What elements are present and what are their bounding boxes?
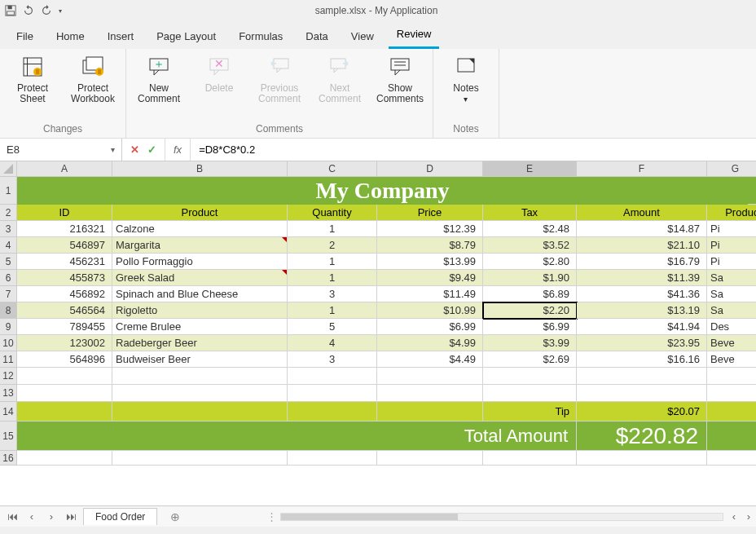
table-cell[interactable]: 4	[288, 335, 377, 351]
menu-file[interactable]: File	[8, 25, 42, 49]
col-header-E[interactable]: E	[483, 161, 577, 176]
cell[interactable]	[377, 451, 483, 466]
cell[interactable]	[112, 451, 288, 466]
menu-review[interactable]: Review	[389, 23, 440, 49]
table-cell[interactable]: $14.87	[577, 221, 707, 237]
row-header-9[interactable]: 9	[0, 319, 16, 335]
menu-home[interactable]: Home	[48, 25, 93, 49]
table-cell[interactable]: $6.99	[483, 319, 577, 335]
col-header-A[interactable]: A	[17, 161, 112, 176]
table-cell[interactable]: $3.99	[483, 335, 577, 351]
menu-data[interactable]: Data	[297, 25, 336, 49]
first-sheet-button[interactable]: ⏮	[5, 510, 20, 523]
add-sheet-button[interactable]: ⊕	[162, 510, 180, 523]
table-cell[interactable]: 456231	[17, 254, 112, 270]
cell[interactable]	[17, 385, 112, 402]
row-header-16[interactable]: 16	[0, 451, 16, 466]
sheet-tab[interactable]: Food Order	[83, 508, 157, 525]
table-cell[interactable]: $16.79	[577, 254, 707, 270]
row-header-3[interactable]: 3	[0, 221, 16, 237]
table-cell[interactable]: Greek Salad	[112, 270, 288, 286]
table-cell[interactable]: 789455	[17, 319, 112, 335]
protect-sheet-button[interactable]: ProtectSheet	[10, 54, 55, 104]
table-cell[interactable]: 3	[288, 286, 377, 302]
cell[interactable]	[707, 368, 756, 385]
prev-sheet-button[interactable]: ‹	[24, 510, 39, 523]
table-cell[interactable]: Rigoletto	[112, 302, 288, 319]
table-cell[interactable]: $16.16	[577, 351, 707, 368]
col-header-B[interactable]: B	[112, 161, 288, 176]
row-header-11[interactable]: 11	[0, 351, 16, 368]
cell[interactable]	[288, 385, 377, 402]
table-cell[interactable]: Budweiser Beer	[112, 351, 288, 368]
table-cell[interactable]: Des	[707, 319, 756, 335]
new-comment-button[interactable]: ＋NewComment	[136, 54, 182, 104]
select-all-corner[interactable]	[0, 161, 17, 177]
table-cell[interactable]: 546897	[17, 237, 112, 254]
row-header-1[interactable]: 1	[0, 177, 16, 205]
show-comments-button[interactable]: ShowComments	[377, 54, 423, 104]
table-cell[interactable]: 1	[288, 254, 377, 270]
table-cell[interactable]: 216321	[17, 221, 112, 237]
cell[interactable]	[112, 368, 288, 385]
next-sheet-button[interactable]: ›	[44, 510, 59, 523]
scrollbar-thumb[interactable]	[281, 514, 458, 520]
cell[interactable]	[707, 451, 756, 466]
row-header-8[interactable]: 8	[0, 302, 16, 319]
table-cell[interactable]: 123002	[17, 335, 112, 351]
cell[interactable]	[483, 385, 577, 402]
table-cell[interactable]: Sa	[707, 270, 756, 286]
grid[interactable]: My Company IDProductQuantityPriceTaxAmou…	[17, 177, 756, 466]
menu-formulas[interactable]: Formulas	[231, 25, 291, 49]
table-cell[interactable]: Sa	[707, 302, 756, 319]
table-cell[interactable]: 1	[288, 221, 377, 237]
row-header-10[interactable]: 10	[0, 335, 16, 351]
row-header-7[interactable]: 7	[0, 286, 16, 302]
cell[interactable]	[377, 368, 483, 385]
table-cell[interactable]: Sa	[707, 286, 756, 302]
row-header-15[interactable]: 15	[0, 421, 16, 451]
table-cell[interactable]: $9.49	[377, 270, 483, 286]
cell[interactable]	[112, 385, 288, 402]
cell[interactable]	[288, 451, 377, 466]
table-cell[interactable]: Spinach and Blue Cheese	[112, 286, 288, 302]
chevron-down-icon[interactable]: ▾	[111, 145, 115, 154]
table-cell[interactable]: $11.49	[377, 286, 483, 302]
cell[interactable]	[17, 368, 112, 385]
table-cell[interactable]: $6.99	[377, 319, 483, 335]
cell[interactable]	[748, 177, 756, 205]
formula-input[interactable]	[191, 139, 756, 161]
table-cell[interactable]: Pollo Formaggio	[112, 254, 288, 270]
menu-page-layout[interactable]: Page Layout	[148, 25, 224, 49]
table-cell[interactable]: Beve	[707, 351, 756, 368]
table-cell[interactable]: Creme Brulee	[112, 319, 288, 335]
table-cell[interactable]: $2.80	[483, 254, 577, 270]
table-cell[interactable]: Radeberger Beer	[112, 335, 288, 351]
table-cell[interactable]: 5	[288, 319, 377, 335]
cell[interactable]	[377, 385, 483, 402]
row-header-13[interactable]: 13	[0, 385, 16, 402]
cell[interactable]	[483, 368, 577, 385]
table-cell[interactable]: $4.99	[377, 335, 483, 351]
cell[interactable]	[17, 451, 112, 466]
table-cell[interactable]: $21.10	[577, 237, 707, 254]
cell[interactable]	[483, 451, 577, 466]
protect-workbook-button[interactable]: ProtectWorkbook	[70, 54, 116, 104]
table-cell[interactable]: $11.39	[577, 270, 707, 286]
table-cell[interactable]: Beve	[707, 335, 756, 351]
col-header-C[interactable]: C	[288, 161, 377, 176]
cell[interactable]	[577, 451, 707, 466]
table-cell[interactable]: $12.39	[377, 221, 483, 237]
table-cell[interactable]: 1	[288, 302, 377, 319]
table-cell[interactable]: 1	[288, 270, 377, 286]
cell[interactable]	[577, 368, 707, 385]
cell[interactable]	[577, 385, 707, 402]
table-cell[interactable]: $41.94	[577, 319, 707, 335]
table-cell[interactable]: Margarita	[112, 237, 288, 254]
undo-icon[interactable]	[23, 5, 34, 16]
table-cell[interactable]: $23.95	[577, 335, 707, 351]
table-cell[interactable]: $3.52	[483, 237, 577, 254]
col-header-F[interactable]: F	[577, 161, 707, 176]
row-header-2[interactable]: 2	[0, 205, 16, 221]
row-header-6[interactable]: 6	[0, 270, 16, 286]
